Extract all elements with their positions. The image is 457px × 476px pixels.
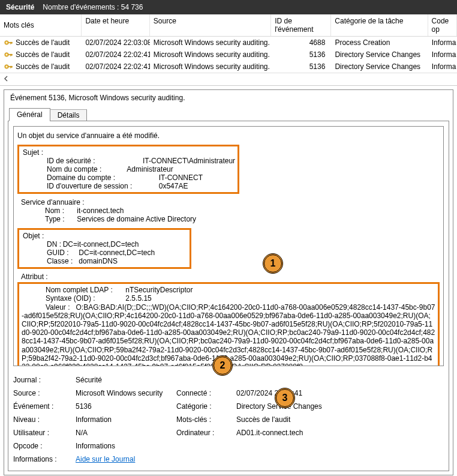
key-icon <box>4 50 13 59</box>
object-guid-row: GUID : DC=it-connect,DC=tech <box>47 249 186 257</box>
row-date: 02/07/2024 22:02:41 <box>82 49 149 60</box>
table-row[interactable]: Succès de l'audit02/07/2024 22:03:08Micr… <box>0 37 457 49</box>
svg-rect-14 <box>11 66 12 67</box>
log-title: Sécurité <box>6 3 34 11</box>
row-date: 02/07/2024 22:03:08 <box>82 37 149 48</box>
row-eventid: 5136 <box>271 49 331 60</box>
logged-value: 02/07/2024 22:02:41 <box>236 389 444 397</box>
service-name-row: Nom : it-connect.tech <box>45 206 436 215</box>
object-dn-row: DN : DC=it-connect,DC=tech <box>47 240 186 249</box>
opcode-label: Opcode : <box>13 442 76 450</box>
event-count: Nombre d'événements : 54 736 <box>43 3 143 11</box>
row-keywords: Succès de l'audit <box>16 50 70 59</box>
svg-rect-8 <box>11 54 11 56</box>
svg-rect-3 <box>11 42 11 44</box>
subject-group: Sujet : ID de sécurité : IT-CONNECT\Admi… <box>17 145 239 194</box>
svg-point-11 <box>6 66 7 67</box>
key-icon <box>4 38 13 47</box>
table-row[interactable]: Succès de l'audit02/07/2024 22:02:41Micr… <box>0 61 457 73</box>
eventid-label: Événement : <box>13 402 76 411</box>
col-eventid-header[interactable]: ID de l'événement <box>271 14 331 36</box>
col-date-header[interactable]: Date et heure <box>82 14 149 36</box>
logged-label: Connecté : <box>176 389 236 397</box>
row-eventid: 5136 <box>271 61 331 72</box>
tab-content-general: 1 2 3 Un objet du service d'annuaire a é… <box>8 121 449 471</box>
col-category-header[interactable]: Catégorie de la tâche <box>331 14 428 36</box>
col-source-header[interactable]: Source <box>150 14 271 36</box>
row-date: 02/07/2024 22:02:41 <box>82 61 149 72</box>
source-value: Microsoft Windows security <box>76 389 176 397</box>
row-category: Directory Service Changes <box>331 61 428 72</box>
category-value: Directory Service Changes <box>236 402 444 411</box>
object-class-row: Classe : domainDNS <box>47 257 186 265</box>
annotation-badge-2: 2 <box>212 355 233 376</box>
eventid-value: 5136 <box>76 402 176 411</box>
row-keywords: Succès de l'audit <box>16 62 70 71</box>
row-source: Microsoft Windows security auditing. <box>150 49 271 60</box>
attribute-value: Valeur : O:BAG:BAD:AI(D;;DC;;;WD)(OA;CII… <box>22 303 435 366</box>
row-code: Informa <box>428 61 457 72</box>
keywords-value: Succès de l'audit <box>236 415 444 424</box>
syntax-row: Syntaxe (OID) : 2.5.5.15 <box>46 294 435 303</box>
help-link[interactable]: Aide sur le Journal <box>76 455 135 463</box>
svg-rect-4 <box>11 42 12 43</box>
service-type-row: Type : Services de domaine Active Direct… <box>45 215 436 223</box>
row-keywords: Succès de l'audit <box>16 38 70 47</box>
row-source: Microsoft Windows security auditing. <box>150 37 271 48</box>
svg-point-1 <box>6 42 7 43</box>
details-title: Événement 5136, Microsoft Windows securi… <box>4 90 453 108</box>
opcode-value: Informations <box>76 442 444 450</box>
svg-point-6 <box>6 54 7 55</box>
tab-general[interactable]: Général <box>9 108 50 121</box>
log-value: Sécurité <box>76 376 444 384</box>
annotation-badge-1: 1 <box>263 253 283 274</box>
dirservice-label: Service d'annuaire : <box>21 198 436 206</box>
event-description-panel: Un objet du service d'annuaire a été mod… <box>13 126 444 366</box>
event-list: Mots clés Date et heure Source ID de l'é… <box>0 14 457 86</box>
tab-details[interactable]: Détails <box>50 109 88 121</box>
object-group: Objet : DN : DC=it-connect,DC=tech GUID … <box>17 228 191 269</box>
col-code-header[interactable]: Code op <box>428 14 457 36</box>
event-description: Un objet du service d'annuaire a été mod… <box>17 130 440 145</box>
security-id-row: ID de sécurité : IT-CONNECT\Administrate… <box>47 157 234 165</box>
account-name-row: Nom du compte : Administrateur <box>47 165 234 173</box>
scroll-left-button[interactable] <box>0 73 457 85</box>
row-category: Directory Service Changes <box>331 49 428 60</box>
svg-rect-13 <box>11 66 11 68</box>
attribute-group: Nom complet LDAP : nTSecurityDescriptor … <box>17 282 440 366</box>
footer-grid: Journal : Sécurité Source : Microsoft Wi… <box>13 373 444 466</box>
col-keywords-header[interactable]: Mots clés <box>0 14 82 36</box>
log-label: Journal : <box>13 376 76 384</box>
list-header: Mots clés Date et heure Source ID de l'é… <box>0 14 457 37</box>
user-value: N/A <box>76 429 176 437</box>
account-domain-row: Domaine du compte : IT-CONNECT <box>47 173 234 182</box>
row-category: Process Creation <box>331 37 428 48</box>
attribute-label: Attribut : <box>17 271 440 281</box>
key-icon <box>4 62 13 71</box>
row-code: Informa <box>428 49 457 60</box>
table-row[interactable]: Succès de l'audit02/07/2024 22:02:41Micr… <box>0 49 457 61</box>
info-label: Informations : <box>13 455 76 463</box>
subject-label: Sujet : <box>23 148 234 157</box>
logon-id-row: ID d'ouverture de session : 0x547AE <box>47 182 234 190</box>
row-source: Microsoft Windows security auditing. <box>150 61 271 72</box>
annotation-badge-3: 3 <box>275 388 295 408</box>
category-label: Catégorie : <box>176 402 236 411</box>
titlebar: Sécurité Nombre d'événements : 54 736 <box>0 0 457 14</box>
computer-label: Ordinateur : <box>176 429 236 437</box>
level-label: Niveau : <box>13 415 76 424</box>
row-eventid: 4688 <box>271 37 331 48</box>
source-label: Source : <box>13 389 76 397</box>
keywords-label: Mots-clés : <box>176 415 236 424</box>
ldap-name-row: Nom complet LDAP : nTSecurityDescriptor <box>46 286 435 294</box>
directory-service-group: Service d'annuaire : Nom : it-connect.te… <box>17 196 440 228</box>
row-code: Informa <box>428 37 457 48</box>
user-label: Utilisateur : <box>13 429 76 437</box>
event-details-panel: Événement 5136, Microsoft Windows securi… <box>4 89 453 475</box>
computer-value: AD01.it-connect.tech <box>236 429 444 437</box>
level-value: Information <box>76 415 176 424</box>
svg-rect-9 <box>11 54 12 55</box>
object-label: Objet : <box>23 232 186 240</box>
tabs: Général Détails <box>4 108 453 121</box>
